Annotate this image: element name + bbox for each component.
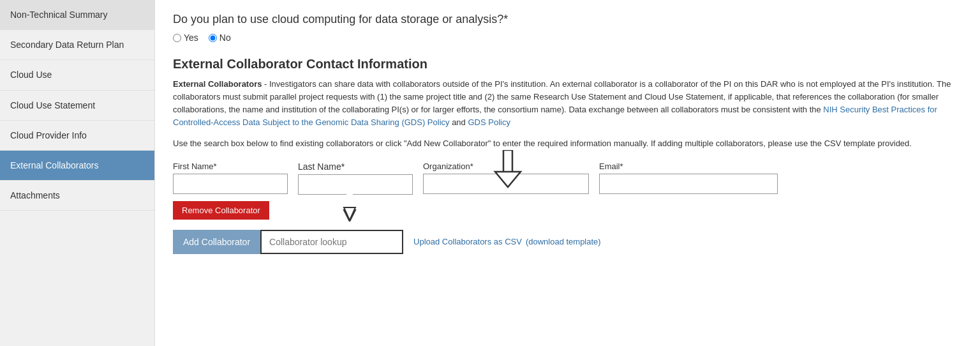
section-title: External Collaborator Contact Informatio… <box>173 57 962 71</box>
cloud-question-heading: Do you plan to use cloud computing for d… <box>173 13 962 26</box>
sidebar-item-cloud-use-statement[interactable]: Cloud Use Statement <box>0 91 154 121</box>
description-bold: External Collaborators <box>173 79 262 89</box>
upload-csv-link[interactable]: Upload Collaborators as CSV <box>413 237 522 246</box>
action-row: Add Collaborator Upload Collaborators as… <box>173 230 962 254</box>
main-content: Do you plan to use cloud computing for d… <box>155 0 980 346</box>
sidebar-item-secondary-data-return-plan[interactable]: Secondary Data Return Plan <box>0 30 154 60</box>
form-fields-row: First Name* Last Name* Organizat <box>173 162 962 195</box>
radio-no-label[interactable]: No <box>209 33 231 43</box>
arrow-down-icon <box>336 192 363 223</box>
sidebar-item-cloud-use[interactable]: Cloud Use <box>0 60 154 90</box>
description-block: External Collaborators - Investigators c… <box>173 78 962 130</box>
radio-yes-text: Yes <box>184 33 198 43</box>
gds-link[interactable]: GDS Policy <box>468 117 510 127</box>
sidebar-item-non-technical-summary[interactable]: Non-Technical Summary <box>0 0 154 30</box>
add-collaborator-button[interactable]: Add Collaborator <box>173 230 260 254</box>
last-name-arrow-group: Last Name* <box>298 162 413 195</box>
remove-collaborator-button[interactable]: Remove Collaborator <box>173 201 269 220</box>
first-name-group: First Name* <box>173 162 288 195</box>
sidebar-item-cloud-provider-info[interactable]: Cloud Provider Info <box>0 121 154 151</box>
download-template-link[interactable]: (download template) <box>526 237 601 246</box>
email-label: Email* <box>599 162 778 171</box>
radio-yes[interactable] <box>173 34 181 42</box>
last-name-label: Last Name* <box>298 162 413 172</box>
email-group: Email* <box>599 162 778 195</box>
first-name-input[interactable] <box>173 174 288 194</box>
use-info-text: Use the search box below to find existin… <box>173 137 962 150</box>
email-input[interactable] <box>599 174 778 194</box>
svg-marker-4 <box>495 172 521 187</box>
radio-yes-label[interactable]: Yes <box>173 33 198 43</box>
lookup-input-wrapper <box>260 230 403 254</box>
description-and: and <box>450 117 468 127</box>
first-name-label: First Name* <box>173 162 288 171</box>
large-arrow-icon <box>492 150 524 190</box>
collaborator-lookup-input[interactable] <box>262 231 402 253</box>
sidebar: Non-Technical Summary Secondary Data Ret… <box>0 0 155 346</box>
sidebar-item-external-collaborators[interactable]: External Collaborators <box>0 151 154 181</box>
cloud-radio-group: Yes No <box>173 33 962 43</box>
sidebar-item-attachments[interactable]: Attachments <box>0 181 154 211</box>
radio-no[interactable] <box>209 34 217 42</box>
radio-no-text: No <box>219 33 231 43</box>
svg-rect-3 <box>503 150 512 173</box>
remove-btn-container: Remove Collaborator <box>173 201 962 225</box>
